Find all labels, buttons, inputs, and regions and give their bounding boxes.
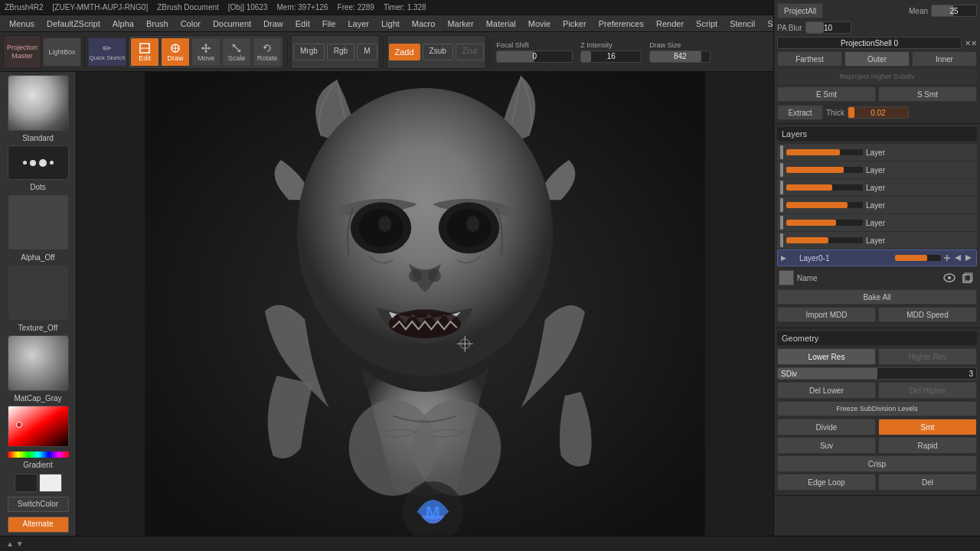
layer-color-swatch[interactable]	[779, 270, 794, 285]
higher-res-btn[interactable]: Higher Res	[878, 348, 977, 365]
suv-btn[interactable]: Suv	[777, 437, 876, 454]
layer-slider-4[interactable]	[786, 202, 863, 208]
layer-left-icon[interactable]	[953, 253, 962, 262]
dots-label[interactable]: Dots	[8, 183, 69, 191]
edit-btn[interactable]: Edit	[130, 37, 159, 67]
zsub-btn[interactable]: Zsub	[423, 44, 453, 60]
layer-slider-2[interactable]	[786, 167, 863, 173]
menu-file[interactable]: File	[316, 18, 342, 30]
alpha-preview[interactable]	[8, 194, 69, 250]
layer-item-4[interactable]: Layer	[777, 197, 977, 214]
import-mdd-btn[interactable]: Import MDD	[777, 307, 876, 322]
color-gradient[interactable]	[8, 406, 69, 448]
menu-layer[interactable]: Layer	[341, 18, 375, 30]
menu-light[interactable]: Light	[375, 18, 406, 30]
layer-item-1[interactable]: Layer	[777, 144, 977, 161]
smt-btn[interactable]: Smt	[878, 419, 977, 435]
rgb-btn[interactable]: Rgb	[327, 44, 354, 60]
project-all-btn[interactable]: ProjectAll	[777, 3, 823, 18]
m-btn[interactable]: M	[357, 44, 377, 60]
e-smt-btn[interactable]: E Smt	[777, 86, 876, 102]
del-btn[interactable]: Del	[878, 474, 977, 491]
bake-all-btn[interactable]: Bake All	[777, 289, 977, 305]
projection-shell-slider[interactable]: ProjectionShell 0	[777, 37, 962, 49]
menu-menus[interactable]: Menus	[3, 18, 41, 30]
menu-document[interactable]: Document	[207, 18, 257, 30]
mean-slider[interactable]: 25	[931, 5, 977, 17]
farthest-btn[interactable]: Farthest	[777, 51, 842, 67]
switch-color-btn[interactable]: SwitchColor	[8, 497, 69, 513]
menu-movie[interactable]: Movie	[522, 18, 557, 30]
move-btn[interactable]: Move	[191, 37, 220, 67]
mdd-speed-btn[interactable]: MDD Speed	[878, 307, 977, 322]
edge-loop-btn[interactable]: Edge Loop	[777, 474, 876, 491]
draw-size-slider[interactable]: 842	[649, 51, 710, 63]
projection-master-btn[interactable]: Projection Master	[7, 44, 38, 60]
layer-slider-1[interactable]	[786, 149, 863, 155]
layer-item-6[interactable]: Layer	[777, 232, 977, 249]
layer-slider-6[interactable]	[786, 237, 863, 243]
zadd-btn[interactable]: Zadd	[389, 44, 420, 60]
extract-btn[interactable]: Extract	[777, 105, 823, 120]
divide-btn[interactable]: Divide	[777, 419, 876, 435]
matcap-label[interactable]: MatCap_Gray	[8, 394, 69, 403]
menu-alpha[interactable]: Alpha	[106, 18, 140, 30]
canvas-area[interactable]: M	[77, 72, 773, 536]
menu-material[interactable]: Material	[480, 18, 522, 30]
layer-item-3[interactable]: Layer	[777, 179, 977, 196]
layer-slider-5[interactable]	[786, 220, 863, 226]
mrgb-btn[interactable]: Mrgb	[293, 44, 325, 60]
z-intensity-slider[interactable]: 16	[580, 51, 642, 63]
brush-preview[interactable]	[8, 75, 69, 131]
layer-item-5[interactable]: Layer	[777, 214, 977, 231]
zcut-btn[interactable]: Zcut	[456, 44, 484, 60]
menu-preferences[interactable]: Preferences	[593, 18, 650, 30]
lower-res-btn[interactable]: Lower Res	[777, 348, 876, 365]
stroke-preview[interactable]	[8, 145, 69, 181]
inner-btn[interactable]: Inner	[912, 51, 977, 67]
texture-label[interactable]: Texture_Off	[8, 324, 69, 332]
lightbox-btn[interactable]: LightBox	[43, 37, 81, 67]
menu-render[interactable]: Render	[650, 18, 690, 30]
menu-picker[interactable]: Picker	[557, 18, 593, 30]
scale-btn[interactable]: Scale	[222, 37, 251, 67]
layer-item-current[interactable]: ▶ Layer0-1	[777, 249, 977, 266]
layer-add-icon[interactable]	[942, 253, 952, 262]
layer-duplicate-icon[interactable]	[960, 270, 975, 285]
del-higher-btn[interactable]: Del Higher	[878, 382, 977, 399]
reproject-btn[interactable]: Reproject Higher Subdiv	[777, 69, 977, 84]
sdiv-slider[interactable]: SDiv 3	[777, 367, 977, 380]
alpha-label[interactable]: Alpha_Off	[8, 253, 69, 262]
menu-marker[interactable]: Marker	[441, 18, 479, 30]
menu-stencil[interactable]: Stencil	[724, 18, 761, 30]
draw-btn[interactable]: Draw	[161, 37, 190, 67]
brush-label[interactable]: Standard	[8, 134, 69, 142]
color-hue-strip[interactable]	[8, 452, 69, 457]
swatch-light[interactable]	[39, 474, 62, 492]
focal-shift-slider[interactable]: 0	[496, 51, 573, 63]
layer-right-icon[interactable]	[964, 253, 973, 262]
menu-script[interactable]: Script	[690, 18, 724, 30]
menu-defaultzscript[interactable]: DefaultZScript	[41, 18, 106, 30]
thick-slider[interactable]: 0.02	[848, 106, 909, 119]
del-lower-btn[interactable]: Del Lower	[777, 382, 876, 399]
layer-item-2[interactable]: Layer	[777, 161, 977, 178]
rotate-btn[interactable]: Rotate	[253, 37, 282, 67]
menu-color[interactable]: Color	[175, 18, 207, 30]
crisp-btn[interactable]: Crisp	[777, 455, 977, 472]
quick-sketch-btn[interactable]: ✏ Quick Sketch	[88, 37, 126, 67]
outer-btn[interactable]: Outer	[844, 51, 910, 67]
menu-edit[interactable]: Edit	[289, 18, 316, 30]
bottom-nav[interactable]: ▲ ▼	[6, 540, 24, 548]
s-smt-btn[interactable]: S Smt	[878, 86, 977, 102]
freeze-subdiv-btn[interactable]: Freeze SubDivision Levels	[777, 401, 977, 416]
pa-blur-slider[interactable]: 10	[805, 21, 851, 34]
menu-brush[interactable]: Brush	[140, 18, 175, 30]
layer-slider-3[interactable]	[786, 184, 863, 191]
texture-preview[interactable]	[8, 265, 69, 321]
rapid-btn[interactable]: Rapid	[878, 437, 977, 454]
alternate-btn[interactable]: Alternate	[8, 517, 69, 533]
swatch-dark[interactable]	[15, 474, 38, 492]
menu-draw[interactable]: Draw	[257, 18, 289, 30]
matcap-preview[interactable]	[8, 335, 69, 391]
